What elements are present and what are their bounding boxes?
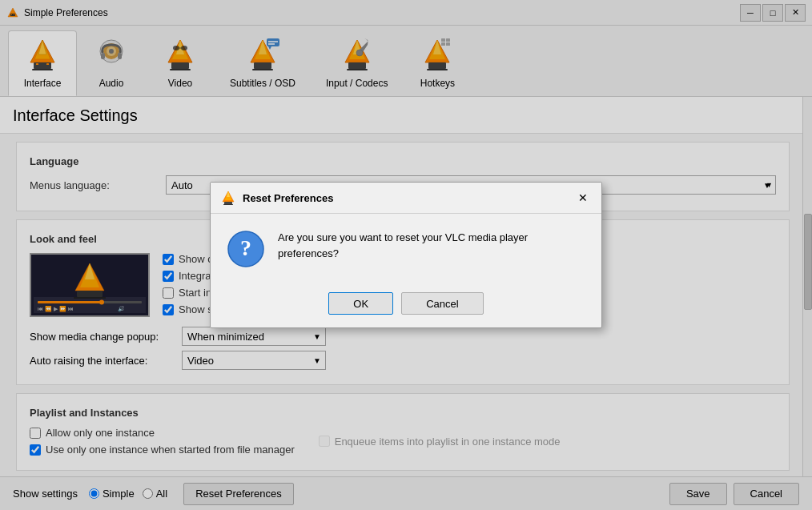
reset-preferences-modal: Reset Preferences ✕ ? Are you sure you w… <box>210 182 602 328</box>
modal-close-button[interactable]: ✕ <box>574 189 592 207</box>
question-icon: ? <box>227 230 265 268</box>
modal-message: Are you sure you want to reset your VLC … <box>278 230 528 261</box>
modal-title-text: Reset Preferences <box>243 192 568 204</box>
svg-text:?: ? <box>240 235 251 260</box>
modal-ok-button[interactable]: OK <box>328 292 393 315</box>
svg-rect-64 <box>224 202 232 204</box>
modal-footer: OK Cancel <box>211 284 601 327</box>
modal-title-bar: Reset Preferences ✕ <box>211 183 601 214</box>
modal-cancel-button[interactable]: Cancel <box>401 292 483 315</box>
svg-rect-65 <box>223 204 233 205</box>
modal-body: ? Are you sure you want to reset your VL… <box>211 214 601 284</box>
modal-overlay: Reset Preferences ✕ ? Are you sure you w… <box>0 0 812 510</box>
modal-title-icon <box>220 190 236 206</box>
